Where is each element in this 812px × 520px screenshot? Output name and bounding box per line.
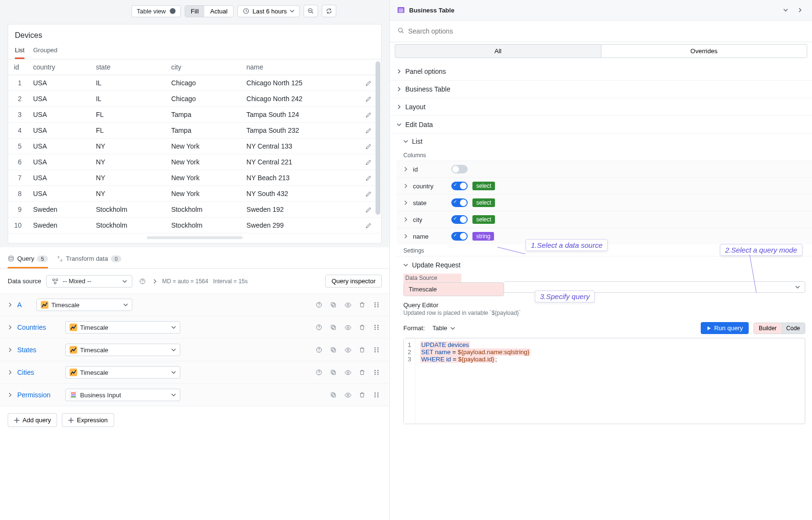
section-layout[interactable]: Layout (390, 98, 812, 116)
edit-row-button[interactable] (365, 159, 376, 166)
code-editor[interactable]: 123 UPDATE devices SET name = ${payload.… (403, 338, 805, 424)
table-view-toggle[interactable]: Table view (131, 5, 181, 17)
expand-column-button[interactable] (403, 217, 408, 222)
drag-button[interactable] (371, 322, 382, 333)
cell-state: IL (90, 91, 165, 107)
drag-button[interactable] (371, 390, 382, 400)
eye-button[interactable] (342, 390, 353, 400)
collapse-panel-button[interactable] (795, 5, 805, 15)
column-header[interactable]: id (8, 59, 27, 75)
add-expression-button[interactable]: Expression (62, 413, 114, 427)
drag-button[interactable] (371, 367, 382, 378)
query-datasource-select[interactable]: Timescale (65, 344, 180, 356)
query-name[interactable]: Permission (17, 391, 60, 399)
format-select[interactable]: Format: Table (403, 324, 455, 332)
column-header[interactable]: city (165, 59, 241, 75)
column-toggle[interactable]: ✓ (451, 198, 468, 207)
trash-button[interactable] (357, 345, 367, 355)
section-business-table[interactable]: Business Table (390, 81, 812, 98)
trash-button[interactable] (357, 300, 367, 310)
eye-button[interactable] (342, 300, 353, 310)
tab-all[interactable]: All (395, 44, 601, 58)
expand-query-button[interactable] (8, 347, 12, 353)
expand-query-button[interactable] (8, 370, 12, 375)
add-query-button[interactable]: Add query (8, 413, 57, 427)
query-datasource-select[interactable]: Timescale (36, 299, 132, 311)
query-ds-value: Timescale (51, 301, 80, 309)
query-name[interactable]: States (17, 346, 60, 354)
expand-column-button[interactable] (403, 183, 408, 189)
dup-button[interactable] (328, 300, 339, 310)
drag-button[interactable] (371, 345, 382, 355)
column-header[interactable]: state (90, 59, 165, 75)
expand-column-button[interactable] (403, 200, 408, 206)
eye-button[interactable] (342, 345, 353, 355)
panel-type-dropdown[interactable] (780, 5, 791, 15)
expand-query-button[interactable] (8, 324, 12, 330)
help-button[interactable] (314, 322, 324, 333)
trash-button[interactable] (357, 367, 367, 378)
vertical-scrollbar[interactable] (376, 61, 380, 215)
search-options-input[interactable] (395, 24, 807, 38)
section-panel-options[interactable]: Panel options (390, 63, 812, 81)
edit-row-button[interactable] (365, 206, 376, 213)
expand-query-button[interactable] (8, 392, 12, 398)
eye-button[interactable] (342, 322, 353, 333)
tab-query[interactable]: Query 5 (8, 252, 48, 268)
expand-query-button[interactable] (8, 302, 12, 308)
mode-builder-button[interactable]: Builder (754, 323, 781, 334)
query-datasource-select[interactable]: Business Input (65, 389, 180, 401)
zoom-out-button[interactable] (304, 5, 318, 17)
expand-options-button[interactable] (153, 278, 157, 284)
tab-transform[interactable]: Transform data 0 (57, 252, 122, 268)
column-header[interactable]: country (27, 59, 90, 75)
tab-overrides[interactable]: Overrides (601, 44, 808, 58)
trash-button[interactable] (357, 390, 367, 400)
refresh-button[interactable] (322, 5, 336, 17)
query-datasource-select[interactable]: Timescale (65, 321, 180, 334)
help-button[interactable] (314, 345, 324, 355)
edit-row-button[interactable] (365, 190, 376, 197)
horizontal-scrollbar[interactable] (147, 236, 243, 239)
tab-grouped[interactable]: Grouped (33, 44, 58, 59)
eye-button[interactable] (342, 367, 353, 378)
query-datasource-select[interactable]: Timescale (65, 366, 180, 379)
dup-button[interactable] (328, 367, 339, 378)
actual-button[interactable]: Actual (204, 6, 233, 17)
column-header[interactable]: name (241, 59, 359, 75)
query-name[interactable]: Countries (17, 324, 60, 331)
column-toggle[interactable]: ✓ (451, 232, 468, 241)
edit-row-button[interactable] (365, 127, 376, 134)
edit-row-button[interactable] (365, 174, 376, 182)
query-name[interactable]: A (17, 301, 32, 309)
fill-button[interactable]: Fill (185, 6, 205, 17)
dup-button[interactable] (328, 322, 339, 333)
dup-button[interactable] (328, 390, 339, 400)
datasource-help-button[interactable] (137, 276, 148, 287)
drag-button[interactable] (371, 300, 382, 310)
edit-row-button[interactable] (365, 80, 376, 87)
mode-code-button[interactable]: Code (781, 323, 805, 334)
ds-box-select[interactable]: Timescale (403, 282, 504, 296)
edit-row-button[interactable] (365, 222, 376, 229)
expand-column-button[interactable] (403, 166, 408, 172)
edit-row-button[interactable] (365, 111, 376, 118)
tab-list[interactable]: List (15, 44, 24, 59)
column-toggle[interactable] (451, 165, 468, 173)
help-button[interactable] (314, 300, 324, 310)
datasource-select[interactable]: -- Mixed -- (46, 275, 132, 288)
dup-button[interactable] (328, 345, 339, 355)
section-edit-data[interactable]: Edit Data (390, 116, 812, 134)
list-subsection[interactable]: List (397, 134, 812, 149)
time-range-picker[interactable]: Last 6 hours (237, 5, 300, 17)
query-inspector-button[interactable]: Query inspector (325, 275, 382, 288)
trash-button[interactable] (357, 322, 367, 333)
edit-row-button[interactable] (365, 95, 376, 103)
expand-column-button[interactable] (403, 233, 408, 239)
query-name[interactable]: Cities (17, 369, 60, 376)
run-query-button[interactable]: Run query (701, 322, 749, 334)
edit-row-button[interactable] (365, 143, 376, 150)
help-button[interactable] (314, 367, 324, 378)
column-toggle[interactable]: ✓ (451, 182, 468, 190)
column-toggle[interactable]: ✓ (451, 215, 468, 224)
